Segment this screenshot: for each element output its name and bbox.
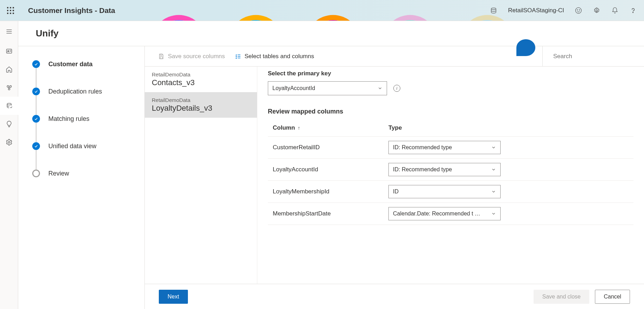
top-header: Customer Insights - Data RetailSOAStagin… xyxy=(0,0,644,21)
svg-point-4 xyxy=(596,9,598,11)
notifications-icon[interactable] xyxy=(611,7,619,14)
svg-point-10 xyxy=(7,50,8,52)
table-name: Contacts_v3 xyxy=(152,78,250,87)
column-header-name[interactable]: Column ↑ xyxy=(273,124,388,131)
step-review[interactable]: Review xyxy=(32,170,137,177)
save-and-close-button: Save and close xyxy=(534,290,589,304)
nav-insights-icon[interactable] xyxy=(0,115,18,133)
nav-settings-icon[interactable] xyxy=(0,133,18,151)
sort-asc-icon: ↑ xyxy=(298,125,300,131)
table-row: MembershipStartDate Calendar.Date: Recom… xyxy=(268,203,633,225)
column-name-cell: LoyaltyAccountId xyxy=(273,166,388,173)
svg-line-16 xyxy=(8,87,9,88)
page-header: Unify xyxy=(18,21,644,46)
chevron-down-icon xyxy=(491,167,496,172)
select-tables-button[interactable]: Select tables and columns xyxy=(232,51,317,62)
step-deduplication-rules[interactable]: Deduplication rules xyxy=(32,88,137,95)
column-header-type[interactable]: Type xyxy=(388,124,402,131)
svg-point-5 xyxy=(633,12,633,13)
toolbar-label: Select tables and columns xyxy=(245,53,314,60)
column-name-cell: CustomerRetailID xyxy=(273,144,388,151)
chevron-down-icon xyxy=(491,145,496,150)
step-label: Deduplication rules xyxy=(48,88,102,95)
app-launcher-icon[interactable] xyxy=(7,7,14,14)
toolbar: Save source columns Select tables and co… xyxy=(145,46,644,67)
table-row: CustomerRetailID ID: Recommended type xyxy=(268,137,633,159)
primary-key-dropdown[interactable]: LoyaltyAccountId xyxy=(268,81,387,95)
save-source-columns-button: Save source columns xyxy=(155,51,228,62)
type-dropdown[interactable]: ID xyxy=(388,185,501,198)
detail-panel: Select the primary key LoyaltyAccountId … xyxy=(257,67,644,284)
step-label: Unified data view xyxy=(48,143,96,150)
svg-rect-22 xyxy=(160,54,162,55)
svg-line-17 xyxy=(9,87,10,88)
svg-rect-9 xyxy=(6,49,12,53)
type-dropdown[interactable]: Calendar.Date: Recommended t … xyxy=(388,207,501,220)
steps-panel: Customer data Deduplication rules Matchi… xyxy=(18,46,144,309)
svg-point-0 xyxy=(492,8,496,9)
save-icon xyxy=(158,53,164,60)
table-source: RetailDemoData xyxy=(152,97,250,103)
svg-point-3 xyxy=(579,9,580,10)
step-matching-rules[interactable]: Matching rules xyxy=(32,115,137,123)
next-button[interactable]: Next xyxy=(159,290,188,304)
page-title: Unify xyxy=(36,28,59,39)
review-mapped-columns-title: Review mapped columns xyxy=(268,108,633,115)
left-nav-rail xyxy=(0,21,18,309)
step-label: Customer data xyxy=(48,61,93,68)
environment-icon xyxy=(490,7,497,14)
info-icon[interactable]: i xyxy=(393,85,400,92)
nav-customers-icon[interactable] xyxy=(0,42,18,60)
type-dropdown[interactable]: ID: Recommended type xyxy=(388,163,501,176)
environment-name[interactable]: RetailSOAStaging-CI xyxy=(508,7,564,14)
settings-icon[interactable] xyxy=(593,7,601,14)
type-dropdown[interactable]: ID: Recommended type xyxy=(388,141,501,154)
svg-rect-23 xyxy=(160,56,162,59)
chevron-down-icon xyxy=(491,189,496,194)
help-icon[interactable] xyxy=(629,7,637,14)
tables-list: RetailDemoData Contacts_v3 RetailDemoDat… xyxy=(145,67,257,284)
table-name: LoyaltyDetails_v3 xyxy=(152,104,250,113)
svg-point-2 xyxy=(577,9,578,10)
nav-home-icon[interactable] xyxy=(0,60,18,78)
chevron-down-icon xyxy=(491,211,496,216)
step-label: Matching rules xyxy=(48,115,89,123)
primary-key-label: Select the primary key xyxy=(268,70,633,77)
list-check-icon xyxy=(235,53,241,60)
step-unified-data-view[interactable]: Unified data view xyxy=(32,142,137,150)
copilot-bubble-icon[interactable] xyxy=(516,39,535,56)
search-input[interactable] xyxy=(553,53,628,60)
svg-point-15 xyxy=(8,88,10,90)
chevron-down-icon xyxy=(378,86,382,91)
search-box[interactable] xyxy=(542,46,633,66)
step-label: Review xyxy=(48,170,69,177)
feedback-icon[interactable] xyxy=(575,7,582,14)
table-source: RetailDemoData xyxy=(152,71,250,77)
step-customer-data[interactable]: Customer data xyxy=(32,60,137,68)
cancel-button[interactable]: Cancel xyxy=(595,290,630,304)
table-row: LoyaltyMembershipId ID xyxy=(268,181,633,203)
nav-hamburger-icon[interactable] xyxy=(0,21,18,42)
nav-data-icon[interactable] xyxy=(0,97,18,115)
svg-point-1 xyxy=(576,7,582,13)
mapped-columns-table: Column ↑ Type CustomerRetailID ID: Recom… xyxy=(268,122,633,225)
table-item-loyaltydetails[interactable]: RetailDemoData LoyaltyDetails_v3 xyxy=(145,92,257,118)
svg-point-21 xyxy=(8,142,10,143)
column-name-cell: MembershipStartDate xyxy=(273,210,388,217)
table-row: LoyaltyAccountId ID: Recommended type xyxy=(268,159,633,181)
column-name-cell: LoyaltyMembershipId xyxy=(273,188,388,195)
table-item-contacts[interactable]: RetailDemoData Contacts_v3 xyxy=(145,67,257,92)
toolbar-label: Save source columns xyxy=(168,53,225,60)
footer-bar: Next Save and close Cancel xyxy=(145,284,644,309)
nav-segments-icon[interactable] xyxy=(0,78,18,97)
svg-point-18 xyxy=(7,103,11,105)
dropdown-value: LoyaltyAccountId xyxy=(272,85,315,91)
app-title: Customer Insights - Data xyxy=(28,6,115,15)
